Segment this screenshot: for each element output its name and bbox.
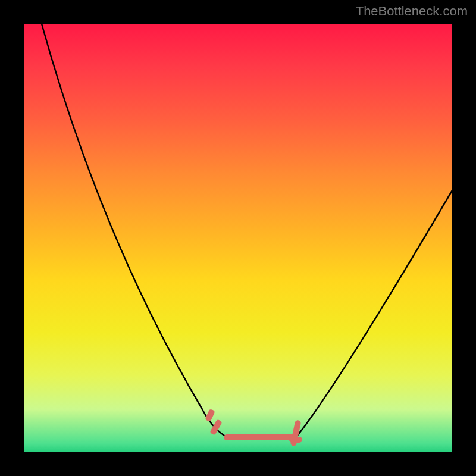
watermark-text: TheBottleneck.com: [356, 4, 468, 19]
chart-frame: TheBottleneck.com: [0, 0, 476, 476]
svg-rect-4: [289, 437, 302, 443]
highlight-segments: [205, 409, 302, 447]
curve-right: [295, 190, 452, 439]
curve-left: [42, 24, 231, 439]
svg-rect-2: [224, 434, 295, 440]
chart-svg: [24, 24, 452, 452]
